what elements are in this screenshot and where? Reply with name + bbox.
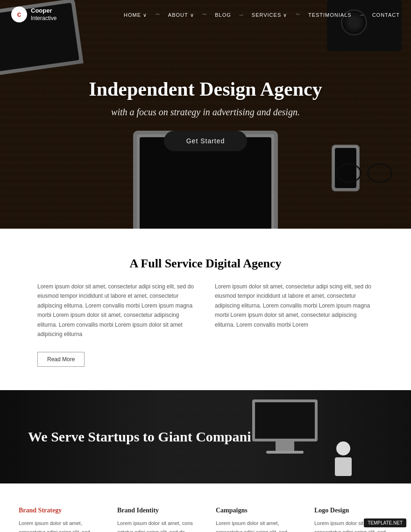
watermark: TEMPLATE.NET	[364, 518, 406, 527]
about-col-2: Lorem ipsum dolor sit amet, consectetur …	[215, 282, 374, 339]
nav-testimonials[interactable]: TESTIMONIALS	[308, 10, 352, 19]
serve-content: We Serve Startups to Giant Compani	[0, 429, 279, 445]
imac-decoration	[252, 399, 318, 455]
logo-text: Cooper Interactive	[31, 7, 57, 22]
serve-title: We Serve Startups to Giant Compani	[28, 429, 251, 445]
about-section: A Full Service Digital Agency Lorem ipsu…	[0, 229, 411, 390]
nav-sep5: –	[360, 10, 364, 19]
nav-links: HOME ∨ ~ ABOUT ∨ ~ BLOG – SERVICES ∨ ~ T…	[124, 10, 400, 19]
nav-about[interactable]: ABOUT ∨	[168, 10, 194, 19]
hero-content: Independent Design Agency with a focus o…	[0, 0, 411, 229]
nav-home[interactable]: HOME ∨	[124, 10, 147, 19]
hero-subtitle: with a focus on strategy in advertising …	[111, 107, 300, 118]
read-more-button[interactable]: Read More	[37, 352, 85, 367]
logo-icon: c	[11, 7, 27, 22]
service-title-logo-design: Logo Design	[314, 507, 392, 514]
about-heading: A Full Service Digital Agency	[130, 257, 282, 271]
service-card-brand-strategy: Brand Strategy Lorem ipsum dolor sit ame…	[14, 502, 101, 532]
nav-sep1: ~	[156, 10, 160, 19]
nav-services[interactable]: SERVICES ∨	[252, 10, 288, 19]
hero-cta-button[interactable]: Get Started	[164, 131, 248, 151]
nav-sep3: –	[240, 10, 243, 19]
service-title-campaigns: Campaigns	[216, 507, 294, 514]
nav-sep2: ~	[203, 10, 207, 19]
hero-title: Independent Design Agency	[89, 77, 322, 101]
service-title-brand-strategy: Brand Strategy	[19, 507, 97, 514]
service-body-brand-identity: Lorem ipsum dolor sit amet, cons ectetur…	[117, 519, 195, 532]
service-title-brand-identity: Brand Identity	[117, 507, 195, 514]
about-columns: Lorem ipsum dolor sit amet, consectetur …	[37, 282, 374, 339]
about-col-1: Lorem ipsum dolor sit amet, consectetur …	[37, 282, 196, 339]
serve-section: We Serve Startups to Giant Compani	[0, 390, 411, 483]
imac-base	[266, 451, 304, 454]
nav-contact[interactable]: CONTACT	[372, 10, 400, 19]
services-section: Brand Strategy Lorem ipsum dolor sit ame…	[0, 483, 411, 532]
nav-sep4: ~	[296, 10, 300, 19]
robot-body	[335, 457, 352, 476]
service-card-logo-design: Logo Design Lorem ipsum dolor sit amet, …	[310, 502, 397, 532]
service-body-brand-strategy: Lorem ipsum dolor sit amet, consectetur …	[19, 519, 97, 532]
hero-section: c Cooper Interactive HOME ∨ ~ ABOUT ∨ ~ …	[0, 0, 411, 229]
service-card-brand-identity: Brand Identity Lorem ipsum dolor sit ame…	[113, 502, 200, 532]
logo[interactable]: c Cooper Interactive	[11, 7, 57, 22]
robot-head	[336, 441, 350, 455]
robot-decoration	[332, 441, 355, 479]
service-body-campaigns: Lorem ipsum dolor sit amet, consectetur …	[216, 519, 294, 532]
navigation: c Cooper Interactive HOME ∨ ~ ABOUT ∨ ~ …	[0, 0, 411, 29]
nav-blog[interactable]: BLOG	[215, 10, 231, 19]
service-card-campaigns: Campaigns Lorem ipsum dolor sit amet, co…	[211, 502, 298, 532]
